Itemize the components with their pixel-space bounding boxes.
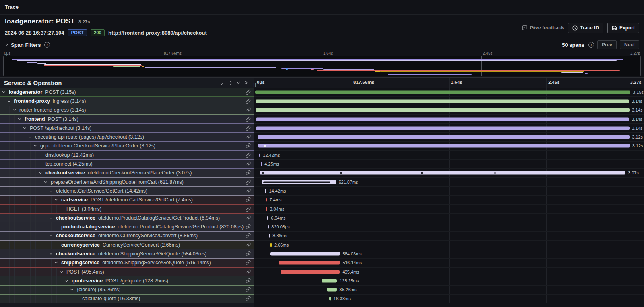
collapse-caret-icon[interactable]: [39, 171, 42, 174]
collapse-caret-icon[interactable]: [2, 90, 5, 93]
span-bar[interactable]: [322, 279, 337, 282]
trace-id-button[interactable]: Trace ID: [568, 23, 603, 33]
prev-button[interactable]: Prev: [597, 40, 617, 49]
collapse-caret-icon[interactable]: [44, 180, 47, 183]
span-bar[interactable]: [265, 189, 266, 193]
span-link-icon[interactable]: [246, 152, 251, 158]
expand-all-icon[interactable]: [246, 82, 247, 84]
span-timeline-cell[interactable]: 4.25ms: [254, 160, 644, 168]
span-row[interactable]: checkoutservice oteldemo.CurrencyService…: [0, 232, 644, 241]
minimap-canvas[interactable]: [3, 56, 641, 76]
span-row[interactable]: shippingservice oteldemo.ShippingService…: [0, 259, 644, 268]
span-row[interactable]: executing api route (pages) /api/checkou…: [0, 133, 644, 141]
span-timeline-cell[interactable]: 3.14s: [254, 115, 644, 124]
span-link-icon[interactable]: [246, 116, 251, 122]
span-row[interactable]: {closure} (85.26ms)85.26ms: [0, 286, 644, 295]
span-row[interactable]: tcp.connect (4.25ms)4.25ms: [0, 160, 644, 168]
span-name-cell[interactable]: checkoutservice oteldemo.CheckoutService…: [0, 169, 254, 178]
span-link-icon[interactable]: [246, 179, 251, 185]
span-link-icon[interactable]: [246, 278, 251, 283]
span-timeline-cell[interactable]: 3.04ms: [254, 205, 644, 214]
span-timeline-cell[interactable]: 7.4ms: [254, 196, 644, 205]
span-timeline-cell[interactable]: 3.15s: [254, 88, 644, 97]
span-filters-toggle[interactable]: Span Filters i: [5, 42, 50, 48]
span-row[interactable]: oteldemo.CartService/GetCart (14.42ms)14…: [0, 187, 644, 195]
span-row[interactable]: currencyservice CurrencyService/Convert …: [0, 241, 644, 249]
span-bar[interactable]: [267, 216, 268, 220]
collapse-caret-icon[interactable]: [50, 234, 52, 236]
span-bar[interactable]: [256, 108, 629, 112]
span-link-icon[interactable]: [246, 233, 251, 239]
collapse-caret-icon[interactable]: [55, 198, 58, 201]
span-bar[interactable]: [266, 207, 267, 211]
span-bar[interactable]: [269, 234, 270, 238]
span-timeline-cell[interactable]: 14.42ms: [254, 187, 644, 195]
span-timeline-cell[interactable]: 516.14ms: [254, 259, 644, 268]
span-name-cell[interactable]: oteldemo.CartService/GetCart (14.42ms): [0, 187, 254, 195]
span-timeline-cell[interactable]: 16.33ms: [254, 295, 644, 303]
span-name-cell[interactable]: HGET (3.04ms): [0, 205, 254, 214]
span-row[interactable]: HGET (3.04ms)3.04ms: [0, 205, 644, 214]
give-feedback-link[interactable]: Give feedback: [522, 25, 564, 31]
export-button[interactable]: Export: [607, 23, 639, 33]
collapse-caret-icon[interactable]: [8, 99, 10, 102]
span-link-icon[interactable]: [246, 125, 251, 131]
collapse-caret-icon[interactable]: [13, 108, 16, 111]
collapse-caret-icon[interactable]: [50, 189, 52, 192]
span-timeline-cell[interactable]: 3.14s: [254, 97, 644, 106]
span-bar[interactable]: [262, 180, 336, 184]
span-name-cell[interactable]: POST (495.4ms): [0, 268, 254, 276]
span-bar[interactable]: [259, 153, 261, 157]
span-name-cell[interactable]: loadgenerator POST (3.15s): [0, 88, 254, 97]
span-name-cell[interactable]: frontend POST (3.14s): [0, 115, 254, 124]
span-row[interactable]: frontend-proxy ingress (3.14s)3.14s: [0, 97, 644, 106]
span-name-cell[interactable]: checkoutservice oteldemo.ProductCatalogS…: [0, 214, 254, 222]
span-row[interactable]: loadgenerator POST (3.15s)3.15s: [0, 88, 644, 97]
span-bar[interactable]: [256, 117, 629, 121]
collapse-caret-icon[interactable]: [50, 252, 52, 255]
span-timeline-cell[interactable]: 3.07s: [254, 169, 644, 178]
collapse-caret-icon[interactable]: [55, 261, 58, 263]
span-bar[interactable]: [266, 198, 267, 202]
span-row[interactable]: dns.lookup (12.42ms)12.42ms: [0, 151, 644, 160]
collapse-one-icon[interactable]: [221, 82, 223, 84]
trace-minimap[interactable]: 0μs817.66ms1.64s2.45s3.27s: [3, 51, 641, 76]
span-row[interactable]: POST (495.4ms)495.4ms: [0, 268, 644, 276]
span-bar[interactable]: [281, 270, 340, 274]
span-name-cell[interactable]: grpc.oteldemo.CheckoutService/PlaceOrder…: [0, 142, 254, 151]
span-link-icon[interactable]: [246, 108, 251, 113]
span-bar[interactable]: [327, 288, 337, 292]
span-link-icon[interactable]: [246, 188, 251, 193]
span-timeline-cell[interactable]: 6.94ms: [254, 214, 644, 222]
span-link-icon[interactable]: [246, 242, 251, 247]
span-link-icon[interactable]: [246, 162, 251, 167]
span-name-cell[interactable]: router frontend egress (3.14s): [0, 106, 254, 115]
span-timeline-cell[interactable]: 621.87ms: [254, 178, 644, 187]
span-link-icon[interactable]: [246, 215, 251, 220]
span-timeline-cell[interactable]: 3.14s: [254, 124, 644, 133]
span-row[interactable]: checkoutservice oteldemo.ProductCatalogS…: [0, 214, 644, 222]
span-row[interactable]: grpc.oteldemo.CheckoutService/PlaceOrder…: [0, 142, 644, 151]
span-bar[interactable]: [279, 261, 340, 265]
span-link-icon[interactable]: [246, 170, 251, 176]
span-row[interactable]: prepareOrderItemsAndShippingQuoteFromCar…: [0, 178, 644, 187]
span-name-cell[interactable]: cartservice POST /oteldemo.CartService/G…: [0, 196, 254, 205]
span-name-cell[interactable]: calculate-quote (16.33ms): [0, 295, 254, 303]
span-name-cell[interactable]: {closure} (85.26ms): [0, 286, 254, 295]
span-timeline-cell[interactable]: 3.12s: [254, 133, 644, 141]
collapse-caret-icon[interactable]: [23, 126, 26, 129]
span-link-icon[interactable]: [246, 251, 251, 256]
span-link-icon[interactable]: [246, 206, 251, 212]
span-link-icon[interactable]: [246, 98, 251, 104]
span-timeline-cell[interactable]: 8.86ms: [254, 232, 644, 241]
span-row[interactable]: calculate-quote (16.33ms)16.33ms: [0, 295, 644, 303]
span-link-icon[interactable]: [246, 287, 251, 292]
span-timeline-cell[interactable]: 495.4ms: [254, 268, 644, 276]
span-row[interactable]: frontend POST (3.14s)3.14s: [0, 115, 644, 124]
span-bar[interactable]: [268, 225, 269, 229]
span-name-cell[interactable]: POST /api/checkout (3.14s): [0, 124, 254, 133]
span-name-cell[interactable]: shippingservice oteldemo.ShippingService…: [0, 259, 254, 268]
span-name-cell[interactable]: tcp.connect (4.25ms): [0, 160, 254, 168]
span-link-icon[interactable]: [246, 269, 251, 274]
collapse-caret-icon[interactable]: [70, 288, 73, 290]
